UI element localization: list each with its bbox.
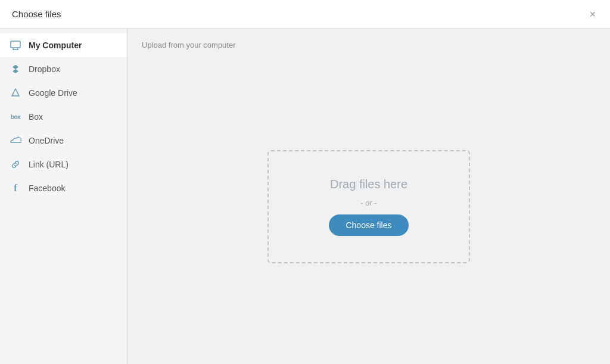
drop-zone-wrapper: Drag files here - or - Choose files	[142, 61, 596, 352]
main-content: Upload from your computer Drag files her…	[127, 29, 610, 364]
dialog-header: Choose files ×	[0, 0, 610, 29]
sidebar-label-box: Box	[29, 112, 43, 122]
sidebar-label-onedrive: OneDrive	[29, 136, 64, 145]
drag-text: Drag files here	[330, 178, 407, 191]
upload-label: Upload from your computer	[142, 41, 596, 49]
svg-rect-0	[11, 41, 20, 48]
box-icon: box	[10, 111, 21, 123]
sidebar-item-google-drive[interactable]: Google Drive	[0, 81, 127, 105]
or-text: - or -	[360, 198, 376, 207]
svg-marker-6	[12, 89, 19, 96]
sidebar-label-link-url: Link (URL)	[29, 160, 69, 169]
dialog-title: Choose files	[12, 9, 61, 19]
dropbox-icon	[10, 63, 21, 75]
sidebar: My Computer Dropbox Google Drive	[0, 29, 127, 364]
sidebar-item-onedrive[interactable]: OneDrive	[0, 129, 127, 153]
facebook-icon: f	[10, 182, 21, 194]
onedrive-icon	[10, 135, 21, 147]
sidebar-item-box[interactable]: box Box	[0, 105, 127, 129]
sidebar-item-dropbox[interactable]: Dropbox	[0, 57, 127, 81]
file-chooser-dialog: Choose files × My Computer	[0, 0, 610, 364]
sidebar-label-my-computer: My Computer	[29, 41, 82, 50]
google-drive-icon	[10, 87, 21, 99]
sidebar-item-my-computer[interactable]: My Computer	[0, 33, 127, 57]
choose-files-button[interactable]: Choose files	[329, 214, 408, 236]
svg-marker-5	[13, 65, 18, 69]
sidebar-label-dropbox: Dropbox	[29, 64, 60, 74]
sidebar-label-facebook: Facebook	[29, 183, 65, 193]
link-icon	[10, 158, 21, 170]
sidebar-item-facebook[interactable]: f Facebook	[0, 176, 127, 200]
monitor-icon	[10, 39, 21, 51]
sidebar-label-google-drive: Google Drive	[29, 88, 77, 98]
drop-zone[interactable]: Drag files here - or - Choose files	[267, 150, 470, 263]
dialog-body: My Computer Dropbox Google Drive	[0, 29, 610, 364]
sidebar-item-link-url[interactable]: Link (URL)	[0, 153, 127, 176]
close-button[interactable]: ×	[587, 7, 598, 22]
